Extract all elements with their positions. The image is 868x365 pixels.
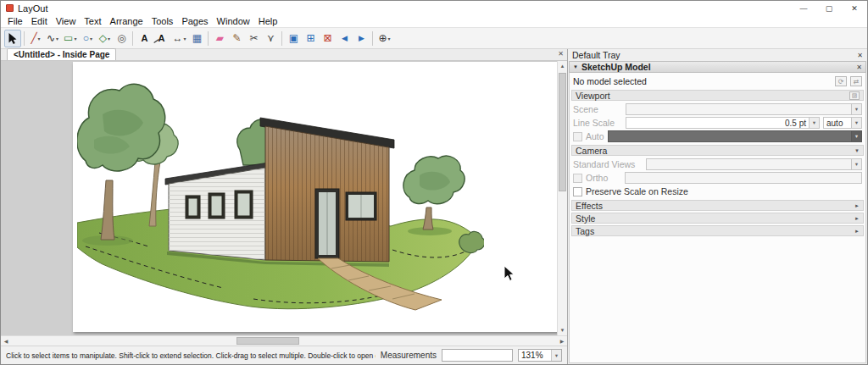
ortho-scale-field[interactable]: [625, 172, 862, 184]
expand-arrow-icon[interactable]: ►: [854, 216, 860, 221]
collapse-arrow-icon[interactable]: ▼: [854, 148, 860, 153]
circle-tool[interactable]: ○▾: [79, 30, 96, 47]
sketchup-model-viewport[interactable]: [77, 80, 484, 318]
menu-arrange[interactable]: Arrange: [106, 15, 147, 28]
scroll-down-icon[interactable]: ▼: [558, 325, 567, 335]
scroll-up-icon[interactable]: ▲: [558, 61, 567, 71]
scroll-left-icon[interactable]: ◀: [1, 336, 11, 346]
canvas[interactable]: ▲ ▼: [1, 61, 567, 335]
chevron-down-icon[interactable]: ▼: [809, 118, 819, 128]
join-tool[interactable]: ⋎: [262, 30, 279, 47]
layout-window: LayOut — ▢ ✕ File Edit View Text Arrange…: [0, 0, 868, 365]
menu-help[interactable]: Help: [254, 15, 282, 28]
chevron-down-icon: ▾: [388, 36, 391, 41]
next-page-icon: ▶: [359, 35, 364, 42]
circle-icon: ○: [83, 33, 89, 43]
menubar: File Edit View Text Arrange Tools Pages …: [1, 15, 867, 28]
line-tool[interactable]: ╱▾: [27, 30, 44, 47]
zoom-level-select[interactable]: 131% ▼: [518, 349, 562, 362]
delete-page-icon: ⊠: [323, 33, 331, 43]
horizontal-scrollbar[interactable]: ◀ ▶: [1, 335, 567, 346]
next-page-button[interactable]: ▶: [353, 30, 370, 47]
update-model-button[interactable]: ⟳: [835, 76, 847, 86]
text-icon: A: [141, 34, 147, 43]
menu-pages[interactable]: Pages: [177, 15, 212, 28]
vertical-scrollbar[interactable]: ▲ ▼: [557, 61, 567, 335]
previous-page-button[interactable]: ◀: [336, 30, 353, 47]
page[interactable]: [73, 62, 567, 332]
offset-tool[interactable]: ◎: [113, 30, 130, 47]
rectangle-tool[interactable]: ▭▾: [61, 30, 79, 47]
relink-model-button[interactable]: ⇄: [850, 76, 862, 86]
split-tool[interactable]: ✂: [245, 30, 262, 47]
viewport-section-label: Viewport: [576, 91, 610, 101]
close-button[interactable]: ✕: [842, 1, 867, 15]
table-icon: ▦: [192, 33, 202, 43]
effects-section-header[interactable]: Effects ►: [571, 200, 864, 211]
freehand-tool[interactable]: ∿▾: [44, 30, 61, 47]
chevron-down-icon[interactable]: ▼: [851, 159, 861, 169]
chevron-down-icon[interactable]: ▼: [851, 131, 861, 141]
polygon-icon: ◇: [99, 33, 107, 43]
maximize-button[interactable]: ▢: [816, 1, 842, 15]
select-tool[interactable]: [4, 30, 21, 47]
polygon-tool[interactable]: ◇▾: [96, 30, 113, 47]
label-tool[interactable]: A: [153, 30, 170, 47]
ortho-checkbox[interactable]: [573, 174, 582, 183]
add-page-icon: ⊞: [306, 33, 314, 43]
table-tool[interactable]: ▦: [188, 30, 205, 47]
sketchup-model-panel-header[interactable]: ▼ SketchUp Model ✕: [569, 61, 866, 73]
style-section-header[interactable]: Style ►: [571, 213, 864, 224]
menu-view[interactable]: View: [52, 15, 81, 28]
menu-file[interactable]: File: [3, 15, 27, 28]
model-status-row: No model selected ⟳ ⇄: [571, 75, 864, 88]
chevron-down-icon[interactable]: ▼: [551, 350, 561, 361]
house[interactable]: [165, 118, 394, 267]
join-icon: ⋎: [267, 33, 275, 43]
standard-views-select[interactable]: ▼: [646, 158, 862, 170]
edit-viewport-button[interactable]: ▨: [849, 91, 860, 100]
line-scale-unit-select[interactable]: auto ▼: [823, 117, 862, 129]
add-page-button[interactable]: ⊞: [302, 30, 319, 47]
measurements-input[interactable]: [442, 349, 513, 362]
scroll-right-icon[interactable]: ▶: [557, 336, 567, 346]
menu-tools[interactable]: Tools: [147, 15, 178, 28]
layout-app-icon: [6, 4, 14, 12]
presentation-button[interactable]: ▣: [285, 30, 302, 47]
panel-close-icon[interactable]: ✕: [856, 64, 862, 71]
tabbar-close-icon[interactable]: ✕: [558, 50, 564, 58]
toolbar-separator: [208, 31, 209, 46]
titlebar: LayOut — ▢ ✕: [1, 1, 867, 15]
scene-row: Scene ▼: [571, 102, 864, 116]
text-tool[interactable]: A: [136, 30, 153, 47]
menu-text[interactable]: Text: [80, 15, 105, 28]
document-tab[interactable]: <Untitled> - Inside Page: [7, 48, 116, 60]
tags-section-header[interactable]: Tags ►: [571, 225, 864, 236]
collapse-arrow-icon[interactable]: ▼: [573, 64, 578, 69]
sketchup-model-panel-title: SketchUp Model: [581, 62, 651, 72]
viewport-section-header[interactable]: Viewport ▨: [571, 90, 864, 101]
vertical-scroll-thumb[interactable]: [559, 73, 566, 191]
line-scale-select[interactable]: 0.5 pt ▼: [626, 117, 820, 129]
tray-close-icon[interactable]: ✕: [857, 52, 863, 59]
auto-checkbox[interactable]: [573, 132, 582, 141]
chevron-down-icon[interactable]: ▼: [851, 118, 861, 128]
eraser-tool[interactable]: ▰: [211, 30, 228, 47]
horizontal-scroll-thumb[interactable]: [236, 337, 299, 345]
preserve-scale-checkbox[interactable]: [573, 187, 582, 196]
zoom-tool[interactable]: ⊕▾: [376, 30, 392, 47]
dimension-tool[interactable]: ↔▾: [170, 30, 188, 47]
chevron-down-icon: ▾: [38, 36, 41, 41]
camera-section-header[interactable]: Camera ▼: [571, 145, 864, 156]
select-cursor-icon: [8, 32, 19, 45]
expand-arrow-icon[interactable]: ►: [854, 203, 860, 208]
delete-page-button[interactable]: ⊠: [319, 30, 336, 47]
render-mode-select[interactable]: ▼: [608, 130, 862, 142]
style-tool[interactable]: ✎: [228, 30, 245, 47]
minimize-button[interactable]: —: [791, 1, 816, 15]
menu-window[interactable]: Window: [213, 15, 254, 28]
chevron-down-icon[interactable]: ▼: [851, 104, 861, 114]
scene-select[interactable]: ▼: [626, 103, 862, 115]
expand-arrow-icon[interactable]: ►: [854, 229, 860, 234]
menu-edit[interactable]: Edit: [27, 15, 52, 28]
